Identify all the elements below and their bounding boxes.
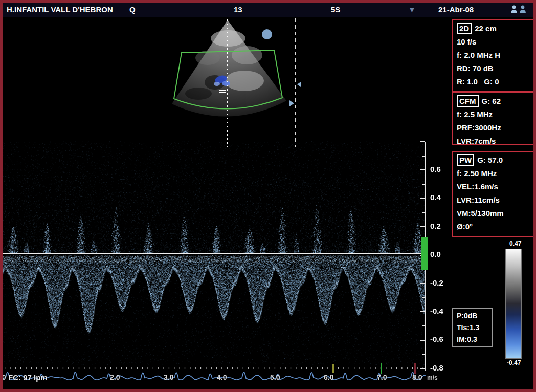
- velocity-axis-label: 0.4: [430, 193, 455, 202]
- spectral-doppler-display: [3, 141, 426, 388]
- time-axis-label: 2.0: [110, 373, 120, 381]
- velocity-axis-tick: [422, 325, 425, 326]
- hospital-name: H.INFANTIL VALL D'HEBRON: [7, 5, 113, 14]
- pw-velocity-scale: VEL:1.6m/s: [457, 180, 530, 193]
- pw-gain-value: G: 57.0: [477, 156, 503, 164]
- 2d-dynamic-range: RD: 70 dB: [457, 62, 530, 75]
- heart-rate-label: FC: 97 lpm: [8, 373, 48, 382]
- velocity-axis-tick: [420, 226, 425, 227]
- colorbar-min-label: -0.47: [507, 359, 521, 366]
- velocity-axis-label: 0.6: [430, 165, 455, 173]
- velocity-axis-tick: [422, 184, 425, 185]
- exam-date: 21-Abr-08: [438, 5, 474, 14]
- 2d-framerate: 10 f/s: [457, 35, 530, 49]
- cfm-frequency: f: 2.5 MHz: [457, 108, 530, 121]
- doppler-baseline[interactable]: [3, 253, 426, 254]
- time-axis-label: 5.0: [270, 373, 280, 381]
- pw-angle: Ø:0°: [457, 220, 530, 233]
- patient-icons[interactable]: [510, 5, 529, 15]
- mechanical-index: IM:0.3: [457, 334, 488, 345]
- header-value: 13: [234, 5, 242, 14]
- sample-gate-marker[interactable]: [219, 90, 226, 91]
- dropdown-arrow-icon[interactable]: ▼: [408, 5, 416, 14]
- panel-acoustic-output: P:0dB TIs:1.3 IM:0.3: [452, 308, 493, 347]
- panel-2d-settings: 2D22 cm 10 f/s f: 2.0 MHz H RD: 70 dB R:…: [452, 19, 534, 92]
- color-velocity-bar: [505, 249, 522, 359]
- mode-cfm-badge: CFM: [457, 95, 479, 107]
- time-axis-label: 6.0: [324, 373, 333, 381]
- velocity-axis-tick: [420, 141, 425, 142]
- thermal-index: TIs:1.3: [457, 322, 488, 334]
- time-axis-label: 3.0: [164, 373, 173, 381]
- time-marker-green: [381, 363, 382, 374]
- velocity-axis-label: 0.2: [430, 222, 455, 230]
- velocity-axis-tick: [420, 169, 425, 170]
- baseline-position-marker[interactable]: [421, 237, 428, 270]
- velocity-axis-label: -0.8: [430, 363, 455, 372]
- q-indicator: Q: [129, 5, 136, 14]
- velocity-axis-tick: [420, 368, 425, 369]
- focus-marker-icon[interactable]: [289, 100, 294, 106]
- mode-pw-badge: PW: [457, 154, 474, 166]
- velocity-axis-tick: [420, 311, 425, 312]
- cfm-lvr: LVR:7cm/s: [457, 135, 530, 148]
- velocity-axis-label: -0.6: [430, 335, 455, 343]
- ultrasound-screen: FC: 97 lpm m/s H.INFANTIL VALL D': [0, 0, 536, 392]
- focus-marker-icon: [297, 82, 301, 87]
- velocity-axis-label: 0.0: [430, 250, 455, 258]
- velocity-axis-tick: [422, 297, 425, 298]
- depth-scale-line: [295, 18, 296, 147]
- time-axis-label: 1.0: [0, 373, 6, 381]
- time-marker-olive: [332, 364, 334, 373]
- pw-frequency: f: 2.50 MHz: [457, 167, 530, 180]
- velocity-axis-tick: [422, 212, 425, 213]
- header-bar: H.INFANTIL VALL D'HEBRON Q 13 5S ▼ 21-Ab…: [3, 3, 533, 17]
- 2d-reject-gain: R: 1.0 G: 0: [457, 75, 530, 89]
- 2d-frequency: f: 2.0 MHz H: [457, 49, 530, 62]
- time-axis-label: 7.0: [377, 373, 387, 381]
- velocity-axis-tick: [422, 354, 425, 355]
- 2d-depth-value: 22 cm: [475, 24, 497, 33]
- cfm-prf: PRF:3000Hz: [457, 121, 530, 135]
- time-axis-label: 8.0: [412, 373, 422, 381]
- velocity-axis-tick: [422, 156, 425, 157]
- colorbar-max-label: 0.47: [509, 240, 521, 247]
- velocity-unit-label: m/s: [427, 374, 438, 381]
- mode-2d-badge: 2D: [457, 23, 472, 34]
- probe-name[interactable]: 5S: [331, 5, 340, 14]
- 2d-sector-image: [168, 17, 291, 124]
- time-marker-red: [414, 363, 416, 374]
- acoustic-power: P:0dB: [457, 310, 488, 322]
- velocity-axis-label: -0.4: [430, 307, 455, 315]
- pw-lvr: LVR:11cm/s: [457, 193, 530, 207]
- velocity-axis-tick: [420, 340, 425, 341]
- time-axis-label: 4.0: [217, 373, 227, 381]
- cfm-gain-value: G: 62: [482, 97, 501, 105]
- pw-cursor-line[interactable]: [227, 19, 228, 147]
- panel-cfm-settings: CFMG: 62 f: 2.5 MHz PRF:3000Hz LVR:7cm/s: [452, 92, 534, 145]
- panel-pw-settings: PWG: 57.0 f: 2.50 MHz VEL:1.6m/s LVR:11c…: [452, 151, 534, 237]
- velocity-axis-label: -0.2: [430, 278, 455, 287]
- velocity-axis-tick: [420, 283, 425, 284]
- velocity-axis-tick: [420, 198, 425, 199]
- pw-gate-depth: VM:5/130mm: [457, 207, 530, 220]
- marker-dot: [262, 29, 272, 39]
